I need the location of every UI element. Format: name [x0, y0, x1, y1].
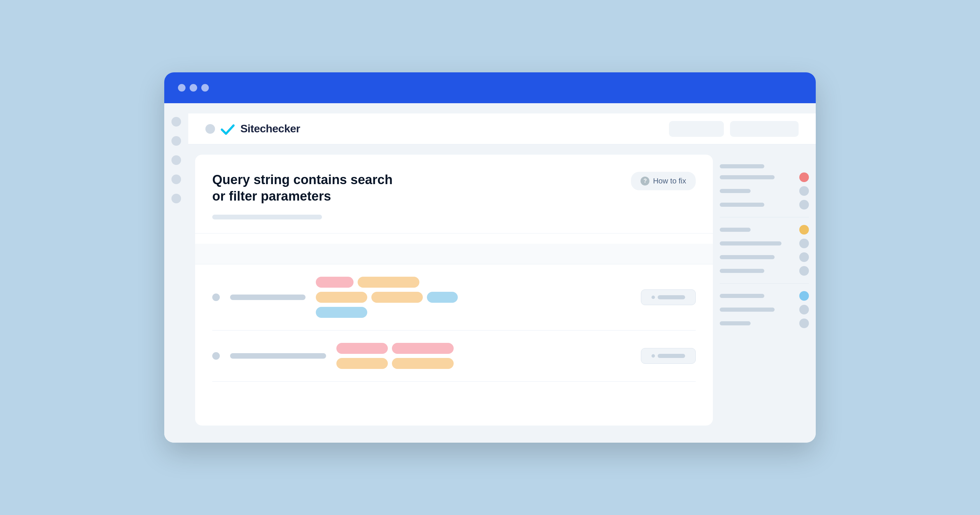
sidebar-badge-red	[799, 172, 809, 182]
sidebar-row-8	[720, 266, 809, 276]
row-1-tags-line3	[316, 307, 631, 318]
sidebar-bar-11	[720, 321, 751, 325]
table-row-1	[212, 264, 696, 331]
tag-red-2	[392, 343, 453, 354]
row-1-action-button[interactable]	[641, 289, 696, 305]
sidebar-nav-4[interactable]	[172, 175, 181, 184]
sidebar-row-10	[720, 305, 809, 315]
sidebar-row-5	[720, 225, 809, 235]
main-area: Sitechecker Query string contains search…	[188, 103, 816, 443]
sidebar-bar-1	[720, 164, 764, 168]
sidebar-badge-dot-2	[799, 200, 809, 210]
tag-red-1	[336, 343, 388, 354]
sidebar-badge-dot-3	[799, 238, 809, 248]
window-dot-3	[201, 84, 209, 92]
question-icon: ?	[641, 176, 649, 186]
sidebar-badge-dot-1	[799, 186, 809, 196]
row-1-url	[230, 294, 305, 300]
tag-blue-1	[427, 292, 458, 303]
nav-buttons	[669, 121, 799, 137]
logo-placeholder-circle	[205, 124, 215, 134]
sidebar-badge-blue	[799, 291, 809, 301]
window-dots	[178, 84, 209, 92]
sidebar-badge-dot-7	[799, 318, 809, 328]
issue-title: Query string contains search or filter p…	[212, 172, 404, 204]
sidebar-row-6	[720, 238, 809, 248]
sidebar-row-3	[720, 186, 809, 196]
sidebar-bar-9	[720, 294, 764, 298]
separator-1	[195, 233, 713, 234]
sidebar-bar-4	[720, 203, 764, 207]
row-1-tags	[316, 277, 631, 318]
row-2-icon	[212, 352, 220, 360]
row-2-action-button[interactable]	[641, 348, 696, 364]
browser-content: Sitechecker Query string contains search…	[164, 103, 816, 443]
action-dot-2	[652, 354, 655, 358]
sidebar-nav-3[interactable]	[172, 155, 181, 165]
sidebar-section-2	[720, 219, 809, 282]
row-1-icon	[212, 294, 220, 301]
logo-icon	[220, 123, 235, 135]
sidebar-badge-dot-5	[799, 266, 809, 276]
sidebar-nav-2[interactable]	[172, 136, 181, 146]
how-to-fix-button[interactable]: ? How to fix	[631, 172, 696, 190]
tag-orange-4	[336, 358, 388, 369]
sidebar-section-1	[720, 158, 809, 216]
row-2-tags-line2	[336, 358, 631, 369]
browser-window: Sitechecker Query string contains search…	[164, 72, 816, 443]
left-sidebar	[164, 103, 188, 443]
sidebar-row-7	[720, 252, 809, 262]
right-sidebar	[720, 155, 809, 426]
main-content-card: Query string contains search or filter p…	[195, 155, 713, 426]
action-bar-2	[658, 354, 685, 358]
window-dot-2	[189, 84, 197, 92]
sidebar-bar-2	[720, 175, 775, 179]
row-2-tags	[336, 343, 631, 369]
action-bar	[658, 295, 685, 299]
sidebar-section-3	[720, 285, 809, 334]
sidebar-divider-1	[720, 217, 809, 218]
tag-blue-2	[316, 307, 367, 318]
sidebar-badge-dot-4	[799, 252, 809, 262]
top-nav: Sitechecker	[188, 113, 816, 145]
sidebar-badge-dot-6	[799, 305, 809, 315]
subtitle-bar	[212, 215, 322, 219]
window-dot-1	[178, 84, 186, 92]
how-to-fix-label: How to fix	[653, 176, 686, 186]
row-1-tags-line1	[316, 277, 631, 288]
table-row-2	[212, 331, 696, 381]
sidebar-bar-6	[720, 242, 781, 245]
filter-row	[195, 244, 713, 264]
sidebar-bar-5	[720, 228, 751, 232]
sidebar-bar-3	[720, 189, 751, 193]
sidebar-bar-8	[720, 269, 764, 273]
tag-orange-1	[358, 277, 419, 288]
action-dot	[652, 296, 655, 299]
row-2-url	[230, 353, 326, 359]
sidebar-badge-orange	[799, 225, 809, 235]
nav-button-2[interactable]	[730, 121, 799, 137]
logo-text: Sitechecker	[240, 122, 300, 135]
tag-pink-1	[316, 277, 353, 288]
sidebar-bar-10	[720, 308, 775, 312]
tag-orange-2	[316, 292, 367, 303]
tag-orange-3	[371, 292, 423, 303]
logo-area: Sitechecker	[205, 122, 300, 135]
sidebar-row-11	[720, 318, 809, 328]
issue-header: Query string contains search or filter p…	[212, 172, 696, 204]
sidebar-bar-7	[720, 255, 775, 259]
tag-orange-5	[392, 358, 453, 369]
row-2-tags-line1	[336, 343, 631, 354]
sidebar-row-2	[720, 172, 809, 182]
content-panel: Query string contains search or filter p…	[188, 145, 816, 432]
sidebar-row-4	[720, 200, 809, 210]
row-1-tags-line2	[316, 292, 631, 303]
browser-titlebar	[164, 72, 816, 103]
sidebar-row-1	[720, 164, 809, 168]
sidebar-nav-5[interactable]	[172, 194, 181, 203]
sidebar-divider-2	[720, 283, 809, 284]
sidebar-row-9	[720, 291, 809, 301]
nav-button-1[interactable]	[669, 121, 724, 137]
sidebar-nav-1[interactable]	[172, 117, 181, 127]
